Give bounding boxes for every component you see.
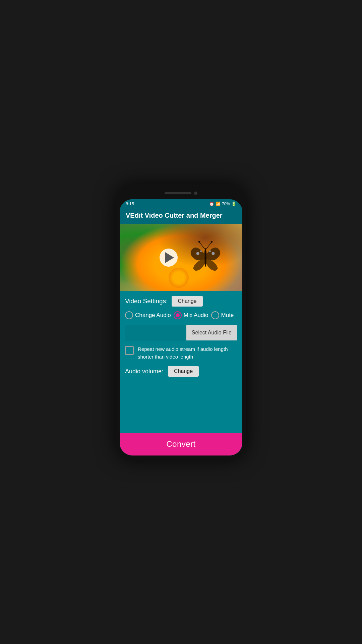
battery-icon: 🔋: [231, 202, 236, 206]
video-settings-row: Video Settings: Change: [125, 296, 237, 307]
convert-button[interactable]: Convert: [120, 433, 242, 455]
svg-line-7: [206, 242, 212, 249]
phone-shell: 8:15 ⏰ 📶 70% 🔋 VEdit Video Cutter and Me…: [116, 184, 246, 460]
change-audio-label: Change Audio: [135, 312, 171, 319]
mix-audio-radio-inner: [176, 313, 180, 317]
app-title: VEdit Video Cutter and Merger: [126, 212, 236, 219]
alarm-icon: ⏰: [209, 202, 214, 206]
top-bar: VEdit Video Cutter and Merger: [120, 208, 242, 224]
mute-radio[interactable]: [211, 311, 219, 319]
repeat-audio-row: Repeat new audio stream if audio length …: [125, 345, 237, 361]
audio-volume-row: Audio volume: Change: [125, 366, 237, 377]
video-settings-change-button[interactable]: Change: [172, 296, 202, 307]
svg-point-6: [198, 241, 200, 243]
mix-audio-label: Mix Audio: [184, 312, 208, 319]
play-button[interactable]: [160, 249, 178, 267]
mute-label: Mute: [221, 312, 234, 319]
audio-options-row: Change Audio Mix Audio Mute: [125, 311, 237, 319]
mute-option[interactable]: Mute: [211, 311, 234, 319]
butterfly-image: [187, 234, 224, 278]
phone-speaker: [165, 192, 191, 194]
status-right: ⏰ 📶 70% 🔋: [209, 202, 236, 206]
audio-volume-change-button[interactable]: Change: [168, 366, 199, 377]
phone-screen: 8:15 ⏰ 📶 70% 🔋 VEdit Video Cutter and Me…: [120, 199, 242, 455]
change-audio-option[interactable]: Change Audio: [125, 311, 171, 319]
status-time: 8:15: [126, 201, 134, 206]
svg-point-4: [209, 251, 211, 253]
svg-point-8: [211, 241, 213, 243]
mix-audio-radio[interactable]: [174, 311, 182, 319]
select-audio-button[interactable]: Select Audio File: [186, 325, 237, 340]
video-settings-label: Video Settings:: [125, 298, 168, 305]
play-icon: [165, 252, 174, 263]
change-audio-radio[interactable]: [125, 311, 133, 319]
settings-area: Video Settings: Change Change Audio: [120, 291, 242, 433]
video-preview: [120, 224, 242, 291]
video-background: [120, 224, 242, 291]
content-area: Video Settings: Change Change Audio: [120, 224, 242, 455]
svg-point-2: [200, 251, 202, 253]
svg-point-3: [212, 252, 215, 255]
phone-notch: [120, 189, 242, 198]
repeat-audio-checkbox[interactable]: [125, 346, 134, 355]
audio-volume-label: Audio volume:: [125, 368, 163, 375]
repeat-audio-label: Repeat new audio stream if audio length …: [138, 345, 237, 361]
audio-file-row: Select Audio File: [125, 325, 237, 341]
svg-line-5: [199, 242, 205, 249]
audio-file-input[interactable]: [125, 325, 186, 341]
svg-point-1: [196, 252, 199, 255]
flower-decoration: [169, 268, 189, 288]
mix-audio-option[interactable]: Mix Audio: [174, 311, 208, 319]
signal-icon: 📶: [216, 202, 221, 206]
battery-level: 70%: [222, 202, 230, 206]
phone-camera: [194, 192, 197, 195]
status-bar: 8:15 ⏰ 📶 70% 🔋: [120, 199, 242, 208]
